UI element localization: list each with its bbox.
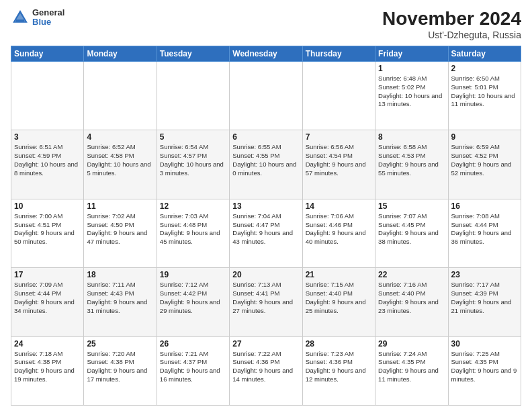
day-info: Sunrise: 7:02 AM Sunset: 4:50 PM Dayligh… (87, 212, 153, 246)
day-number: 22 (378, 270, 445, 279)
calendar-cell: 7Sunrise: 6:56 AM Sunset: 4:54 PM Daylig… (302, 130, 375, 199)
calendar-cell: 15Sunrise: 7:07 AM Sunset: 4:45 PM Dayli… (375, 199, 448, 267)
logo-text: General Blue (32, 8, 64, 28)
day-info: Sunrise: 6:48 AM Sunset: 5:02 PM Dayligh… (378, 75, 445, 109)
day-number: 18 (87, 270, 153, 279)
day-info: Sunrise: 6:59 AM Sunset: 4:52 PM Dayligh… (451, 143, 518, 177)
day-info: Sunrise: 7:24 AM Sunset: 4:35 PM Dayligh… (378, 350, 445, 384)
day-info: Sunrise: 6:58 AM Sunset: 4:53 PM Dayligh… (378, 143, 445, 177)
day-info: Sunrise: 6:55 AM Sunset: 4:55 PM Dayligh… (232, 143, 299, 177)
day-number: 11 (87, 201, 153, 211)
calendar-cell (157, 62, 229, 130)
logo-general: General (32, 8, 64, 17)
calendar-table: SundayMondayTuesdayWednesdayThursdayFrid… (11, 46, 521, 406)
day-number: 30 (451, 339, 518, 349)
calendar-cell: 25Sunrise: 7:20 AM Sunset: 4:38 PM Dayli… (84, 336, 157, 405)
day-number: 2 (451, 64, 518, 73)
day-info: Sunrise: 7:00 AM Sunset: 4:51 PM Dayligh… (14, 212, 81, 246)
calendar-cell: 22Sunrise: 7:16 AM Sunset: 4:40 PM Dayli… (375, 268, 448, 336)
svg-rect-2 (16, 19, 24, 21)
calendar-header-row: SundayMondayTuesdayWednesdayThursdayFrid… (11, 46, 521, 62)
calendar-cell: 11Sunrise: 7:02 AM Sunset: 4:50 PM Dayli… (84, 199, 157, 267)
day-info: Sunrise: 7:20 AM Sunset: 4:38 PM Dayligh… (87, 350, 153, 384)
day-info: Sunrise: 6:50 AM Sunset: 5:01 PM Dayligh… (451, 75, 518, 109)
day-number: 15 (378, 201, 445, 211)
day-info: Sunrise: 7:22 AM Sunset: 4:36 PM Dayligh… (232, 350, 299, 384)
logo-icon (11, 8, 30, 27)
calendar-cell: 14Sunrise: 7:06 AM Sunset: 4:46 PM Dayli… (302, 199, 375, 267)
day-number: 26 (160, 339, 226, 349)
page-title: November 2024 (382, 8, 521, 30)
calendar-header-friday: Friday (375, 46, 448, 62)
day-info: Sunrise: 7:25 AM Sunset: 4:35 PM Dayligh… (451, 350, 518, 384)
calendar-cell (11, 62, 84, 130)
day-number: 4 (87, 132, 153, 142)
day-info: Sunrise: 7:06 AM Sunset: 4:46 PM Dayligh… (306, 212, 372, 246)
day-info: Sunrise: 7:17 AM Sunset: 4:39 PM Dayligh… (451, 281, 518, 315)
day-number: 14 (306, 201, 372, 211)
day-number: 3 (14, 132, 81, 142)
calendar-cell: 4Sunrise: 6:52 AM Sunset: 4:58 PM Daylig… (84, 130, 157, 199)
day-info: Sunrise: 7:13 AM Sunset: 4:41 PM Dayligh… (232, 281, 299, 315)
day-info: Sunrise: 7:15 AM Sunset: 4:40 PM Dayligh… (306, 281, 372, 315)
day-number: 27 (232, 339, 299, 349)
calendar-cell: 23Sunrise: 7:17 AM Sunset: 4:39 PM Dayli… (448, 268, 521, 336)
day-number: 16 (451, 201, 518, 211)
day-number: 23 (451, 270, 518, 279)
calendar-header-monday: Monday (84, 46, 157, 62)
calendar-cell: 3Sunrise: 6:51 AM Sunset: 4:59 PM Daylig… (11, 130, 84, 199)
calendar-cell: 27Sunrise: 7:22 AM Sunset: 4:36 PM Dayli… (230, 336, 302, 405)
calendar-cell: 10Sunrise: 7:00 AM Sunset: 4:51 PM Dayli… (11, 199, 84, 267)
calendar-cell: 28Sunrise: 7:23 AM Sunset: 4:36 PM Dayli… (302, 336, 375, 405)
header: General Blue November 2024 Ust'-Dzheguta… (11, 8, 521, 40)
calendar-cell: 8Sunrise: 6:58 AM Sunset: 4:53 PM Daylig… (375, 130, 448, 199)
calendar-cell: 29Sunrise: 7:24 AM Sunset: 4:35 PM Dayli… (375, 336, 448, 405)
calendar-cell: 30Sunrise: 7:25 AM Sunset: 4:35 PM Dayli… (448, 336, 521, 405)
day-number: 12 (160, 201, 226, 211)
day-info: Sunrise: 7:09 AM Sunset: 4:44 PM Dayligh… (14, 281, 81, 315)
day-info: Sunrise: 7:21 AM Sunset: 4:37 PM Dayligh… (160, 350, 226, 384)
day-number: 25 (87, 339, 153, 349)
calendar-cell (302, 62, 375, 130)
calendar-header-saturday: Saturday (448, 46, 521, 62)
calendar-cell: 19Sunrise: 7:12 AM Sunset: 4:42 PM Dayli… (157, 268, 229, 336)
day-info: Sunrise: 7:11 AM Sunset: 4:43 PM Dayligh… (87, 281, 153, 315)
day-info: Sunrise: 7:12 AM Sunset: 4:42 PM Dayligh… (160, 281, 226, 315)
day-number: 1 (378, 64, 445, 73)
day-info: Sunrise: 7:23 AM Sunset: 4:36 PM Dayligh… (306, 350, 372, 384)
calendar-cell: 26Sunrise: 7:21 AM Sunset: 4:37 PM Dayli… (157, 336, 229, 405)
day-info: Sunrise: 6:52 AM Sunset: 4:58 PM Dayligh… (87, 143, 153, 177)
day-info: Sunrise: 7:03 AM Sunset: 4:48 PM Dayligh… (160, 212, 226, 246)
day-info: Sunrise: 6:54 AM Sunset: 4:57 PM Dayligh… (160, 143, 226, 177)
calendar-cell (84, 62, 157, 130)
calendar-header-wednesday: Wednesday (230, 46, 302, 62)
calendar-cell: 13Sunrise: 7:04 AM Sunset: 4:47 PM Dayli… (230, 199, 302, 267)
calendar-cell: 18Sunrise: 7:11 AM Sunset: 4:43 PM Dayli… (84, 268, 157, 336)
day-number: 29 (378, 339, 445, 349)
day-info: Sunrise: 7:04 AM Sunset: 4:47 PM Dayligh… (232, 212, 299, 246)
page: General Blue November 2024 Ust'-Dzheguta… (0, 0, 532, 411)
day-number: 24 (14, 339, 81, 349)
calendar-cell: 12Sunrise: 7:03 AM Sunset: 4:48 PM Dayli… (157, 199, 229, 267)
calendar-week-4: 24Sunrise: 7:18 AM Sunset: 4:38 PM Dayli… (11, 336, 521, 405)
calendar-cell: 20Sunrise: 7:13 AM Sunset: 4:41 PM Dayli… (230, 268, 302, 336)
day-info: Sunrise: 6:51 AM Sunset: 4:59 PM Dayligh… (14, 143, 81, 177)
calendar-cell: 5Sunrise: 6:54 AM Sunset: 4:57 PM Daylig… (157, 130, 229, 199)
day-number: 17 (14, 270, 81, 279)
day-info: Sunrise: 6:56 AM Sunset: 4:54 PM Dayligh… (306, 143, 372, 177)
calendar-cell: 2Sunrise: 6:50 AM Sunset: 5:01 PM Daylig… (448, 62, 521, 130)
calendar-week-0: 1Sunrise: 6:48 AM Sunset: 5:02 PM Daylig… (11, 62, 521, 130)
title-block: November 2024 Ust'-Dzheguta, Russia (382, 8, 521, 40)
day-number: 9 (451, 132, 518, 142)
calendar-week-2: 10Sunrise: 7:00 AM Sunset: 4:51 PM Dayli… (11, 199, 521, 267)
calendar-header-thursday: Thursday (302, 46, 375, 62)
calendar-cell: 9Sunrise: 6:59 AM Sunset: 4:52 PM Daylig… (448, 130, 521, 199)
page-subtitle: Ust'-Dzheguta, Russia (382, 30, 521, 40)
calendar-cell (230, 62, 302, 130)
day-number: 6 (232, 132, 299, 142)
logo: General Blue (11, 8, 64, 28)
calendar-week-3: 17Sunrise: 7:09 AM Sunset: 4:44 PM Dayli… (11, 268, 521, 336)
calendar-header-tuesday: Tuesday (157, 46, 229, 62)
day-number: 8 (378, 132, 445, 142)
day-info: Sunrise: 7:18 AM Sunset: 4:38 PM Dayligh… (14, 350, 81, 384)
